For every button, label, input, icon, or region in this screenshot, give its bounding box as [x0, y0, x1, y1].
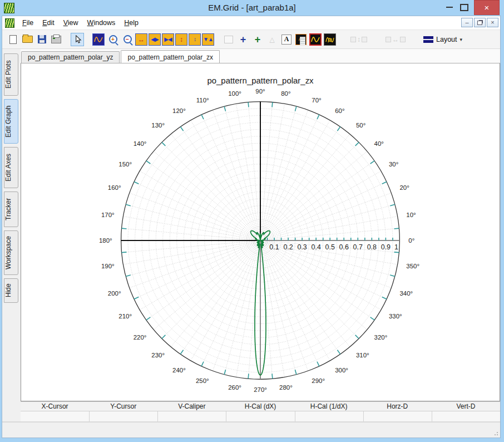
legend-icon [295, 34, 307, 45]
svg-text:0.1: 0.1 [269, 243, 279, 251]
svg-text:170°: 170° [101, 212, 115, 218]
menu-help[interactable]: Help [120, 17, 143, 30]
svg-text:0.4: 0.4 [312, 243, 321, 251]
window-title: EM.Grid - [art_parab1a] [0, 0, 504, 16]
printer-icon [51, 36, 61, 43]
expand-x-button[interactable]: ↔ [135, 33, 147, 46]
align-horizontal-button[interactable]: ↔ [381, 33, 410, 46]
tracker-column-vert-d: Vert-D [432, 402, 500, 410]
client-area: FileEditViewWindowsHelp – × +−↔◀▶▶◀↕↕▼▲+… [2, 16, 501, 438]
new-button[interactable] [6, 33, 19, 46]
tab-po-pattern-pattern-polar-zx[interactable]: po_pattern_pattern_polar_zx [121, 50, 219, 63]
menu-bar: FileEditViewWindowsHelp – × [2, 16, 500, 30]
expand-x-button-glyph-icon: ↔ [138, 36, 145, 43]
document-tabs: po_pattern_pattern_polar_yzpo_pattern_pa… [21, 49, 500, 63]
menu-view[interactable]: View [59, 17, 83, 30]
zoomout-magnifier-icon: − [123, 35, 132, 43]
menu-edit[interactable]: Edit [38, 17, 59, 30]
stretch-y-button[interactable]: ↕ [189, 33, 201, 46]
svg-text:300°: 300° [335, 367, 348, 374]
curve-style-button[interactable] [309, 33, 322, 46]
rect-tool-button[interactable] [222, 33, 235, 46]
curve-style-icon [309, 33, 322, 46]
caliper-button[interactable]: △ [265, 33, 279, 46]
maximize-icon[interactable] [460, 4, 468, 11]
svg-text:10°: 10° [406, 212, 416, 218]
zoomin-magnifier-icon: + [109, 35, 117, 43]
legend-button[interactable] [294, 33, 308, 46]
svg-text:1: 1 [394, 243, 398, 251]
sidebar-item-edit-axes[interactable]: Edit Axes [4, 147, 18, 188]
mdi-close-icon[interactable]: × [487, 18, 498, 27]
tracker-value-0 [21, 411, 89, 421]
align-vertical-button[interactable]: ↕ [344, 33, 373, 46]
svg-text:100°: 100° [228, 90, 241, 97]
tracker-column-h-cal-dx-: H-Cal (dX) [226, 402, 294, 410]
svg-text:210°: 210° [118, 313, 132, 320]
tab-po-pattern-pattern-polar-yz[interactable]: po_pattern_pattern_polar_yz [21, 51, 120, 63]
svg-text:40°: 40° [374, 140, 384, 147]
select-cursor-button[interactable] [71, 33, 84, 46]
crosshair-button[interactable]: + [236, 33, 250, 46]
alignv-icon: ↕ [350, 36, 367, 43]
sidebar-item-edit-plots[interactable]: Edit Plots [4, 53, 18, 96]
sidebar-item-tracker[interactable]: Tracker [4, 191, 18, 227]
mdi-minimize-icon[interactable]: – [461, 18, 473, 27]
restore-glyph-icon [477, 21, 482, 25]
tracker-value-6 [432, 411, 500, 421]
shrink-x-button-glyph-icon: ▶◀ [164, 37, 171, 42]
tracker-button[interactable]: + [251, 33, 264, 46]
multi-curve-button[interactable] [323, 33, 337, 46]
shrink-y-button[interactable]: ▼▲ [202, 33, 214, 46]
svg-text:130°: 130° [151, 122, 165, 129]
zoom-in-button[interactable]: + [106, 33, 120, 46]
menu-windows[interactable]: Windows [83, 17, 120, 30]
open-button[interactable] [21, 33, 34, 46]
svg-text:30°: 30° [389, 161, 398, 168]
mdi-restore-icon[interactable] [474, 18, 486, 27]
svg-text:330°: 330° [389, 313, 402, 320]
sidebar-item-workspace[interactable]: Workspace [4, 230, 18, 275]
svg-text:310°: 310° [356, 352, 369, 359]
stretch-y-button-glyph-icon: ↕ [194, 37, 196, 42]
print-button[interactable] [50, 33, 63, 46]
tracker-value-1 [89, 411, 157, 421]
svg-text:0.7: 0.7 [353, 243, 363, 251]
layout-dropdown[interactable]: Layout▾ [419, 33, 466, 46]
zoom-out-button[interactable]: − [121, 33, 134, 46]
save-button[interactable] [35, 33, 48, 46]
close-icon[interactable]: × [474, 0, 500, 15]
svg-text:230°: 230° [151, 352, 165, 359]
svg-text:340°: 340° [399, 290, 413, 297]
fit-view-button[interactable] [92, 33, 105, 46]
mdi-controls: – × [461, 18, 498, 27]
shrink-y-button-glyph-icon: ▼▲ [203, 37, 213, 42]
svg-text:280°: 280° [279, 384, 293, 391]
multi-curve-icon [324, 33, 336, 46]
resize-grip[interactable] [493, 430, 498, 436]
sidebar-item-edit-graph[interactable]: Edit Graph [4, 99, 18, 144]
chart-title: po_pattern_pattern_polar_zx [207, 76, 314, 85]
chevron-down-icon: ▾ [460, 37, 463, 42]
caliper-button-glyph-icon: △ [269, 36, 274, 43]
text-tool-button[interactable]: A [280, 33, 293, 46]
menu-file[interactable]: File [18, 17, 38, 30]
svg-text:200°: 200° [108, 290, 121, 297]
tracker-button-glyph-icon: + [255, 35, 261, 45]
svg-text:90°: 90° [255, 88, 265, 95]
stretch-x-button[interactable]: ◀▶ [149, 33, 161, 46]
tracker-column-x-cursor: X-Cursor [21, 402, 89, 410]
svg-text:70°: 70° [312, 97, 321, 104]
svg-text:180°: 180° [99, 237, 112, 244]
plot-canvas[interactable]: 0°10°20°30°40°50°60°70°80°90°100°110°120… [21, 63, 500, 401]
sine-fit-icon [92, 33, 105, 46]
open-folder-icon [22, 36, 33, 43]
text-tool-icon: A [281, 35, 291, 45]
sidebar-item-hide[interactable]: Hide [4, 278, 18, 303]
minimize-icon[interactable] [446, 7, 453, 8]
svg-text:0°: 0° [408, 237, 414, 244]
expand-y-button[interactable]: ↕ [175, 33, 187, 46]
svg-text:0.6: 0.6 [339, 243, 349, 251]
svg-text:220°: 220° [134, 334, 147, 341]
shrink-x-button[interactable]: ▶◀ [162, 33, 174, 46]
